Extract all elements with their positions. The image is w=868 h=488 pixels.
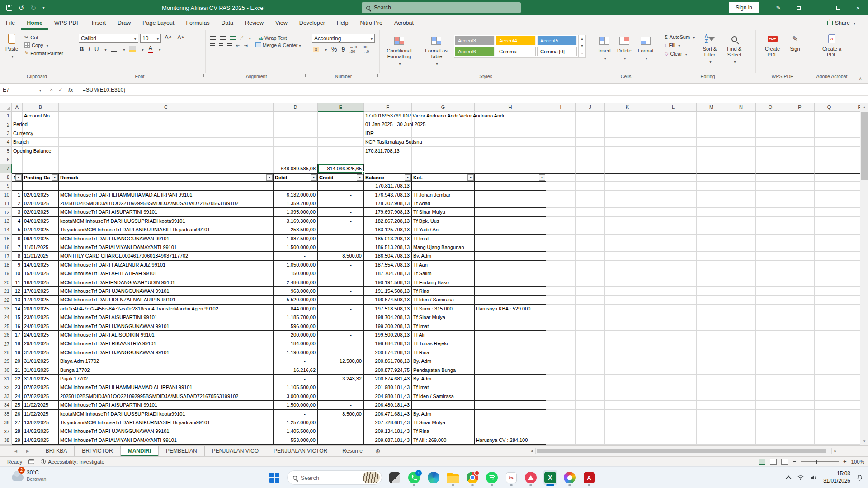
autosum-button[interactable]: ΣAutoSum <box>664 34 696 40</box>
cell-P5[interactable] <box>785 147 815 155</box>
cell-M31[interactable] <box>697 375 726 383</box>
cell-O1[interactable] <box>756 112 785 120</box>
cell-O3[interactable] <box>756 129 785 138</box>
cell-O28[interactable] <box>756 348 785 357</box>
cell-M28[interactable] <box>697 348 726 357</box>
cell-N32[interactable] <box>726 383 756 392</box>
cell-M23[interactable] <box>697 305 726 313</box>
cell-N9[interactable] <box>726 182 756 190</box>
cell-credit-23[interactable]: - <box>318 305 364 313</box>
sheet-tab-mandiri[interactable]: MANDIRI <box>121 446 159 456</box>
cell-L35[interactable] <box>650 410 697 418</box>
cell-J13[interactable] <box>576 217 605 225</box>
cell-J6[interactable] <box>576 155 605 164</box>
cell-note-26[interactable] <box>475 331 546 339</box>
table-header-no[interactable]: No▼ <box>12 173 23 182</box>
cell-remark-26[interactable]: MCM InhouseTrf DARI ALISODIKIN 99101 <box>59 331 274 339</box>
cell-style-accent5[interactable]: Accent5 <box>537 36 577 45</box>
cell-A7[interactable] <box>12 164 23 173</box>
sheet-tab-penjualan-vico[interactable]: PENJUALAN VICO <box>205 446 266 456</box>
row-header-3[interactable]: 3 <box>0 129 12 138</box>
cell-P16[interactable] <box>785 243 815 252</box>
cell-Q29[interactable] <box>815 357 844 366</box>
cell-R5[interactable] <box>844 147 860 155</box>
cell-note-16[interactable] <box>475 243 546 252</box>
cell-balance-37[interactable]: 209.134.181,43 <box>364 427 412 436</box>
cell-R35[interactable] <box>844 410 860 418</box>
increase-indent-icon[interactable]: ⇥ <box>244 43 247 48</box>
cell-Q7[interactable] <box>815 164 844 173</box>
cell-debit-22[interactable]: 5.520.000,00 <box>274 296 318 304</box>
cell-remark-27[interactable]: MCM InhouseTrf DARI RIKAASTRIA 99101 <box>59 339 274 348</box>
cell-C5[interactable] <box>59 147 274 155</box>
increase-decimal-icon[interactable]: ←.0.00 <box>349 45 357 54</box>
cell-N14[interactable] <box>726 225 756 234</box>
cell-R18[interactable] <box>844 261 860 269</box>
cell-remark-20[interactable]: MCM InhouseTrf DARIENDANG WAHYUDIN 99101 <box>59 278 274 287</box>
cell-ket-36[interactable]: Tf Sinar Mulya <box>412 418 475 427</box>
cell-K4[interactable] <box>605 138 650 146</box>
paste-button[interactable]: Paste <box>0 30 24 59</box>
font-name-select[interactable]: Calibri <box>79 34 138 43</box>
cell-M20[interactable] <box>697 278 726 287</box>
cell-O24[interactable] <box>756 313 785 322</box>
column-header-P[interactable]: P <box>785 103 815 112</box>
cell-O10[interactable] <box>756 191 785 199</box>
cell-note-14[interactable] <box>475 225 546 234</box>
row-header-25[interactable]: 25 <box>0 322 12 331</box>
cell-R14[interactable] <box>844 225 860 234</box>
cell-J9[interactable] <box>576 182 605 190</box>
cell-N35[interactable] <box>726 410 756 418</box>
cell-balance-32[interactable]: 201.980.181,43 <box>364 383 412 392</box>
cell-date-30[interactable]: 31/01/2025 <box>23 366 59 375</box>
cell-I28[interactable] <box>546 348 576 357</box>
cell-balance-10[interactable]: 176.943.708,13 <box>364 191 412 199</box>
cell-Q20[interactable] <box>815 278 844 287</box>
cell-K35[interactable] <box>605 410 650 418</box>
cell-A1[interactable] <box>12 112 23 120</box>
cell-Q19[interactable] <box>815 269 844 278</box>
cell-Q28[interactable] <box>815 348 844 357</box>
cell-H5[interactable] <box>475 147 546 155</box>
cell-debit-14[interactable]: 258.500,00 <box>274 225 318 234</box>
table-header-ket-[interactable]: Ket.▼ <box>412 173 475 182</box>
cell-no-26[interactable]: 17 <box>12 331 23 339</box>
cell-no-35[interactable]: 26 <box>12 410 23 418</box>
cell-N24[interactable] <box>726 313 756 322</box>
cell-G9[interactable] <box>412 182 475 190</box>
cell-F7[interactable] <box>364 164 412 173</box>
cell-I10[interactable] <box>546 191 576 199</box>
table-header-credit[interactable]: Credit▼ <box>318 173 364 182</box>
new-sheet-button[interactable]: ⊕ <box>370 446 386 456</box>
cell-date-28[interactable]: 31/01/2025 <box>23 348 59 357</box>
decrease-font-icon[interactable]: A˅ <box>175 34 186 43</box>
cell-remark-11[interactable]: 20250102BSMDIDJA01OO221092995BSMDIDJA/MU… <box>59 199 274 208</box>
cell-P22[interactable] <box>785 296 815 304</box>
cell-I6[interactable] <box>546 155 576 164</box>
align-bottom-icon[interactable] <box>230 36 236 40</box>
row-header-35[interactable]: 35 <box>0 410 12 418</box>
cell-debit-28[interactable]: 1.190.000,00 <box>274 348 318 357</box>
cell-A6[interactable] <box>12 155 23 164</box>
cell-L6[interactable] <box>650 155 697 164</box>
cell-date-31[interactable]: 31/01/2025 <box>23 375 59 383</box>
column-header-C[interactable]: C <box>59 103 274 112</box>
cell-debit-18[interactable]: 1.050.000,00 <box>274 261 318 269</box>
cell-N8[interactable] <box>726 173 756 182</box>
cell-M34[interactable] <box>697 401 726 409</box>
filter-icon[interactable]: ▼ <box>311 174 317 181</box>
column-header-L[interactable]: L <box>650 103 697 112</box>
font-color-icon[interactable]: A <box>148 45 153 53</box>
cell-M24[interactable] <box>697 313 726 322</box>
cell-B7[interactable] <box>23 164 59 173</box>
zoom-slider[interactable] <box>801 461 839 462</box>
cell-I18[interactable] <box>546 261 576 269</box>
clock[interactable]: 15:03 31/01/2026 <box>823 470 850 484</box>
align-left-icon[interactable] <box>210 43 215 47</box>
cell-credit-11[interactable]: - <box>318 199 364 208</box>
cell-L13[interactable] <box>650 217 697 225</box>
cell-M2[interactable] <box>697 120 726 129</box>
cell-date-27[interactable]: 29/01/2025 <box>23 339 59 348</box>
cell-debit-33[interactable]: 3.000.000,00 <box>274 392 318 401</box>
cell-M22[interactable] <box>697 296 726 304</box>
